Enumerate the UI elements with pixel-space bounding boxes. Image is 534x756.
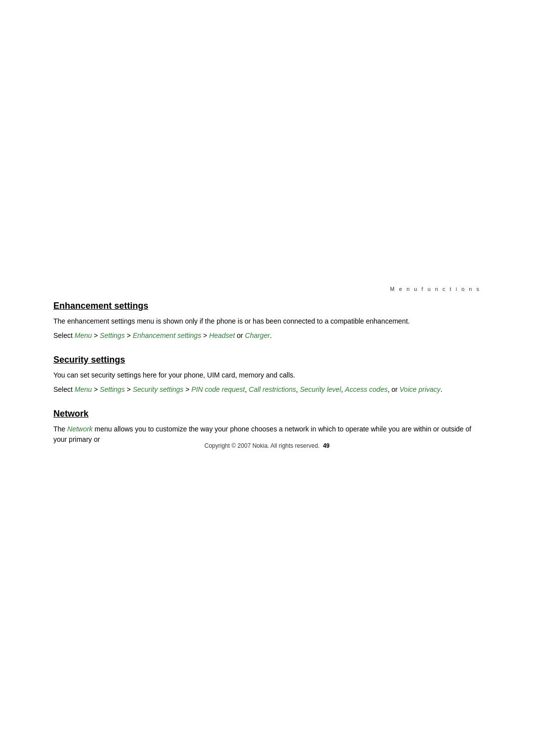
link-security-settings: Security settings [133,385,183,393]
security-settings-title: Security settings [53,355,481,365]
link-network: Network [67,425,92,433]
network-title: Network [53,409,481,419]
page-container: M e n u f u n c t i o n s Enhancement se… [0,0,534,756]
link-enhancement-settings: Enhancement settings [133,331,201,339]
footer: Copyright © 2007 Nokia. All rights reser… [0,442,534,449]
security-settings-para2: Select Menu > Settings > Security settin… [53,384,481,395]
text-comma1: , [245,385,249,393]
text-arrow1: > [92,331,100,339]
text-or2: , or [388,385,400,393]
enhancement-settings-body: The enhancement settings menu is shown o… [53,316,481,341]
text-arrow5: > [125,385,133,393]
security-settings-section: Security settings You can set security s… [53,355,481,395]
footer-copyright: Copyright © 2007 Nokia. All rights reser… [205,442,320,449]
text-arrow3: > [201,331,209,339]
text-the: The [53,425,67,433]
footer-page-number: 49 [323,442,329,449]
text-select1: Select [53,331,75,339]
link-settings1: Settings [100,331,125,339]
security-settings-body: You can set security settings here for y… [53,370,481,395]
link-security-level: Security level [300,385,341,393]
text-comma3: , [341,385,345,393]
content-area: Enhancement settings The enhancement set… [53,301,481,459]
link-call-restrictions: Call restrictions [249,385,296,393]
link-headset: Headset [209,331,235,339]
security-settings-para1: You can set security settings here for y… [53,370,481,380]
enhancement-settings-para2: Select Menu > Settings > Enhancement set… [53,331,481,341]
network-section: Network The Network menu allows you to c… [53,409,481,445]
header-label: M e n u f u n c t i o n s [390,286,481,292]
text-arrow2: > [125,331,133,339]
enhancement-settings-section: Enhancement settings The enhancement set… [53,301,481,341]
text-period2: . [441,385,443,393]
link-pin-code: PIN code request [191,385,245,393]
link-access-codes: Access codes [345,385,388,393]
text-comma2: , [296,385,300,393]
network-body: The Network menu allows you to customize… [53,424,481,445]
enhancement-settings-para1: The enhancement settings menu is shown o… [53,316,481,327]
network-para1: The Network menu allows you to customize… [53,424,481,445]
link-menu1: Menu [75,331,92,339]
link-settings2: Settings [100,385,125,393]
link-voice-privacy: Voice privacy [400,385,441,393]
text-select2: Select [53,385,75,393]
text-or1: or [235,331,245,339]
link-charger: Charger [245,331,270,339]
enhancement-settings-title: Enhancement settings [53,301,481,311]
text-period1: . [270,331,272,339]
text-arrow4: > [92,385,100,393]
link-menu2: Menu [75,385,92,393]
text-network-desc: menu allows you to customize the way you… [53,425,471,443]
text-arrow6: > [183,385,191,393]
